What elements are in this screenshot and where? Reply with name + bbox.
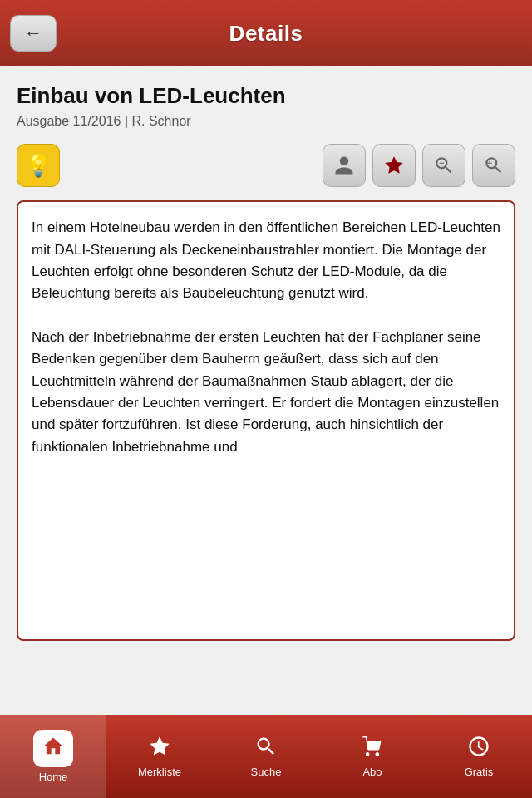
star-button[interactable] [372, 144, 416, 187]
article-body: In einem Hotelneubau werden in den öffen… [32, 217, 500, 458]
home-icon [42, 737, 65, 763]
zoom-out-button[interactable] [422, 144, 466, 187]
article-toolbar: 💡 [17, 144, 515, 187]
star-icon [383, 155, 405, 176]
back-button[interactable]: ← [10, 15, 57, 52]
person-icon [333, 155, 355, 176]
merkliste-icon [148, 735, 171, 762]
nav-home-label: Home [39, 771, 68, 783]
toolbar-right [323, 144, 515, 187]
nav-abo-label: Abo [362, 766, 382, 778]
article-content-box: In einem Hotelneubau werden in den öffen… [17, 200, 515, 641]
nav-suche-label: Suche [251, 766, 282, 778]
abo-icon [361, 735, 384, 762]
zoom-in-button[interactable] [472, 144, 515, 187]
nav-home-icon-wrap [33, 730, 73, 767]
nav-item-merkliste[interactable]: Merkliste [106, 715, 213, 798]
app-header: ← Details [0, 0, 532, 66]
nav-merkliste-label: Merkliste [138, 766, 181, 778]
lightbulb-icon: 💡 [25, 153, 52, 179]
nav-item-suche[interactable]: Suche [213, 715, 319, 798]
article-title: Einbau von LED-Leuchten [17, 83, 515, 109]
content-area: Einbau von LED-Leuchten Ausgabe 11/2016 … [0, 66, 532, 641]
nav-item-home[interactable]: Home [0, 715, 106, 798]
suche-icon [254, 735, 278, 762]
header-title: Details [229, 21, 303, 47]
person-button[interactable] [323, 144, 366, 187]
zoom-out-icon [433, 155, 455, 176]
gratis-icon [467, 735, 490, 762]
lightbulb-button[interactable]: 💡 [17, 144, 60, 187]
nav-item-gratis[interactable]: Gratis [426, 715, 532, 798]
nav-item-abo[interactable]: Abo [319, 715, 426, 798]
bottom-navigation: Home Merkliste Suche Abo [0, 715, 532, 798]
toolbar-left: 💡 [17, 144, 60, 187]
article-meta: Ausgabe 11/2016 | R. Schnor [17, 114, 515, 129]
zoom-in-icon [483, 155, 505, 176]
nav-gratis-label: Gratis [465, 766, 494, 778]
back-arrow-icon: ← [24, 24, 42, 42]
